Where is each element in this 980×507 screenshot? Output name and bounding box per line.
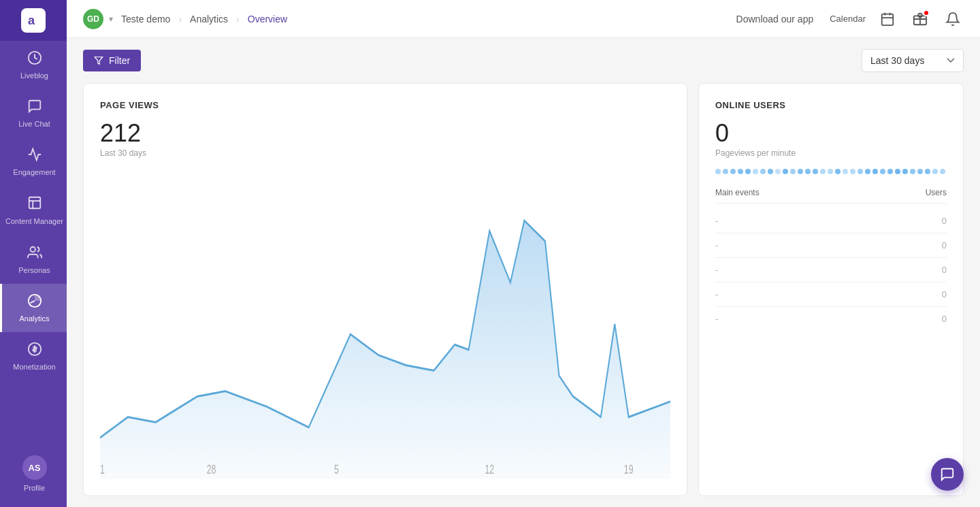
- table-row: -0: [715, 258, 947, 282]
- svg-marker-8: [95, 57, 103, 65]
- sidebar: a Liveblog Live Chat Engagement: [0, 0, 67, 507]
- header: GD ▾ Teste demo › Analytics › Overview D…: [67, 0, 980, 38]
- analytics-label: Analytics: [19, 314, 49, 323]
- content-icon: [27, 195, 42, 212]
- sidebar-item-monetization[interactable]: Monetization: [0, 332, 67, 380]
- page-views-period: Last 30 days: [100, 148, 670, 158]
- header-actions: Calendar: [830, 8, 964, 30]
- realtime-dot: [745, 169, 751, 174]
- event-name: -: [715, 265, 718, 275]
- filter-label: Filter: [109, 55, 130, 66]
- main-area: GD ▾ Teste demo › Analytics › Overview D…: [67, 0, 980, 507]
- sidebar-item-content[interactable]: Content Manager: [0, 186, 67, 235]
- realtime-dot: [865, 169, 870, 174]
- filter-button[interactable]: Filter: [83, 50, 141, 71]
- download-app-link[interactable]: Download our app: [736, 14, 814, 24]
- event-count: 0: [942, 240, 947, 250]
- realtime-dot: [783, 169, 788, 174]
- content-label: Content Manager: [5, 216, 63, 226]
- svg-text:Jul: Jul: [485, 477, 494, 479]
- profile-label: Profile: [24, 484, 45, 492]
- realtime-dot: [813, 169, 818, 174]
- realtime-dot: [835, 169, 840, 174]
- calendar-button[interactable]: [877, 8, 898, 30]
- engagement-icon: [27, 147, 42, 164]
- realtime-dot: [790, 169, 796, 174]
- breadcrumb-workspace[interactable]: Teste demo: [121, 14, 170, 24]
- realtime-dot: [858, 169, 863, 174]
- realtime-dot: [753, 169, 758, 174]
- breadcrumb-analytics[interactable]: Analytics: [190, 14, 228, 24]
- page-views-chart: 21 Jun 28 Jun 5 Jul 12 Jul 19 Jul: [100, 169, 670, 479]
- breadcrumb-overview[interactable]: Overview: [248, 14, 287, 24]
- realtime-dot: [715, 169, 721, 174]
- sidebar-item-livechat[interactable]: Live Chat: [0, 89, 67, 137]
- pageviews-per-minute: Pageviews per minute: [715, 148, 947, 158]
- sidebar-item-liveblog[interactable]: Liveblog: [0, 41, 67, 89]
- chat-fab-button[interactable]: [931, 458, 964, 491]
- event-count: 0: [942, 216, 947, 226]
- notifications-button[interactable]: [942, 8, 964, 30]
- main-events-table: Main events Users -0-0-0-0-0: [715, 188, 947, 479]
- monetization-label: Monetization: [13, 363, 55, 371]
- user-chevron-icon: ▾: [109, 14, 113, 24]
- realtime-dot: [880, 169, 885, 174]
- table-header: Main events Users: [715, 188, 947, 203]
- analytics-icon: [27, 293, 42, 310]
- user-avatar: GD: [83, 9, 103, 29]
- page-views-card: PAGE VIEWS 212 Last 30 days: [83, 83, 687, 496]
- svg-rect-5: [882, 14, 894, 24]
- realtime-dot: [723, 169, 728, 174]
- event-name: -: [715, 314, 718, 324]
- event-count: 0: [942, 265, 947, 275]
- realtime-dot: [902, 169, 908, 174]
- breadcrumb-sep-1: ›: [178, 14, 182, 24]
- realtime-dots: [715, 169, 947, 174]
- gifts-badge: [923, 10, 930, 16]
- sidebar-item-profile[interactable]: AS Profile: [0, 446, 67, 502]
- svg-point-2: [30, 247, 35, 252]
- content-toolbar: Filter Last 30 days Last 7 days Last 90 …: [83, 49, 964, 72]
- personas-icon: [27, 245, 42, 262]
- charts-area: PAGE VIEWS 212 Last 30 days: [83, 83, 964, 496]
- sidebar-item-engagement[interactable]: Engagement: [0, 137, 67, 186]
- realtime-dot: [738, 169, 743, 174]
- gifts-button[interactable]: [909, 8, 931, 30]
- sidebar-item-personas[interactable]: Personas: [0, 235, 67, 284]
- sidebar-item-analytics[interactable]: Analytics: [0, 284, 67, 332]
- realtime-dot: [843, 169, 848, 174]
- table-rows: -0-0-0-0-0: [715, 209, 947, 331]
- monetization-icon: [27, 342, 42, 359]
- realtime-dot: [798, 169, 803, 174]
- liveblog-label: Liveblog: [20, 71, 48, 80]
- table-row: -0: [715, 233, 947, 258]
- realtime-dot: [932, 169, 938, 174]
- svg-text:a: a: [28, 14, 35, 27]
- svg-text:19: 19: [624, 463, 634, 476]
- realtime-dot: [850, 169, 855, 174]
- event-count: 0: [942, 314, 947, 324]
- page-views-count: 212: [100, 121, 670, 146]
- sidebar-logo[interactable]: a: [0, 0, 67, 41]
- realtime-dot: [917, 169, 923, 174]
- realtime-dot: [940, 169, 945, 174]
- online-users-title: ONLINE USERS: [715, 100, 947, 110]
- svg-text:12: 12: [485, 463, 494, 476]
- users-col-header: Users: [926, 188, 947, 197]
- realtime-dot: [760, 169, 766, 174]
- realtime-dot: [887, 169, 893, 174]
- event-count: 0: [942, 289, 947, 299]
- realtime-dot: [925, 169, 930, 174]
- svg-text:Jul: Jul: [624, 477, 634, 479]
- date-range-select[interactable]: Last 30 days Last 7 days Last 90 days Cu…: [862, 49, 964, 72]
- breadcrumb-sep-2: ›: [236, 14, 240, 24]
- calendar-label: Calendar: [830, 14, 866, 24]
- event-name: -: [715, 240, 718, 250]
- livechat-icon: [27, 99, 42, 116]
- svg-text:Jun: Jun: [100, 477, 106, 479]
- svg-text:5: 5: [334, 463, 339, 476]
- realtime-dot: [775, 169, 781, 174]
- table-row: -0: [715, 282, 947, 307]
- line-chart-svg: 21 Jun 28 Jun 5 Jul 12 Jul 19 Jul: [100, 169, 670, 479]
- realtime-dot: [730, 169, 736, 174]
